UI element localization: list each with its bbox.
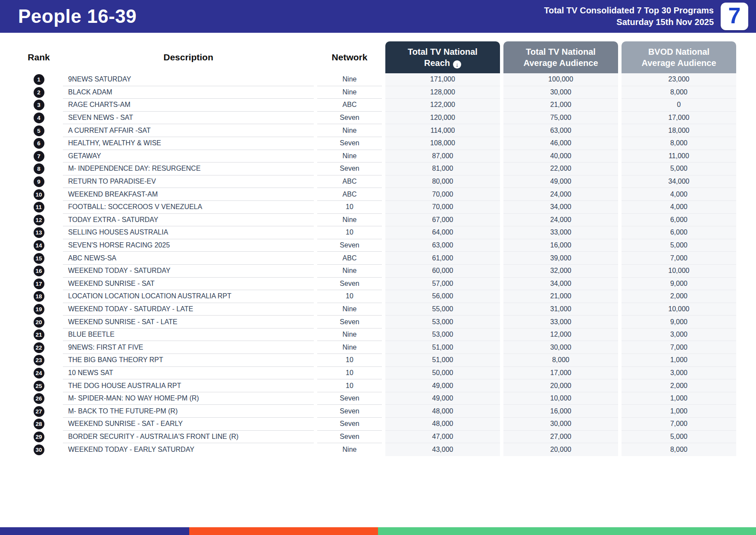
top-banner: People 16-39 Total TV Consolidated 7 Top… xyxy=(0,0,756,33)
total-tv-average-audience-value: 21,000 xyxy=(503,99,618,112)
rank-cell: 7 xyxy=(18,150,59,163)
total-tv-reach-value: 60,000 xyxy=(385,265,500,278)
program-description: ABC NEWS-SA xyxy=(63,252,314,265)
table-row: 28 WEEKEND SUNRISE - SAT - EARLY Seven 4… xyxy=(18,418,736,431)
table-body: 1 9NEWS SATURDAY Nine 171,000 100,000 23… xyxy=(18,73,736,456)
rank-badge: 10 xyxy=(34,189,44,200)
rank-cell: 28 xyxy=(18,418,59,431)
bvod-average-audience-value: 4,000 xyxy=(622,188,736,201)
total-tv-average-audience-value: 46,000 xyxy=(503,137,618,150)
rank-cell: 11 xyxy=(18,201,59,214)
bvod-average-audience-value: 5,000 xyxy=(622,239,736,252)
bvod-average-audience-value: 5,000 xyxy=(622,431,736,444)
total-tv-average-audience-value: 21,000 xyxy=(503,290,618,303)
program-network: Seven xyxy=(317,278,382,291)
table-row: 10 WEEKEND BREAKFAST-AM ABC 70,000 24,00… xyxy=(18,188,736,201)
table-container: Rank Description Network Total TV Nation… xyxy=(0,33,756,456)
total-tv-reach-value: 55,000 xyxy=(385,303,500,316)
rank-badge: 4 xyxy=(34,113,44,123)
program-description: THE DOG HOUSE AUSTRALIA RPT xyxy=(63,379,314,392)
total-tv-reach-value: 48,000 xyxy=(385,405,500,418)
bvod-average-audience-value: 4,000 xyxy=(622,201,736,214)
table-row: 29 BORDER SECURITY - AUSTRALIA'S FRONT L… xyxy=(18,431,736,444)
total-tv-average-audience-value: 34,000 xyxy=(503,201,618,214)
column-header-bvod-average-audience[interactable]: BVOD National Average Audience xyxy=(622,41,736,73)
column-header-total-tv-reach[interactable]: Total TV National Reach xyxy=(385,41,500,73)
total-tv-reach-value: 56,000 xyxy=(385,290,500,303)
bvod-average-audience-value: 23,000 xyxy=(622,73,736,86)
table-row: 7 GETAWAY Nine 87,000 40,000 11,000 xyxy=(18,150,736,163)
bvod-average-audience-value: 2,000 xyxy=(622,290,736,303)
bvod-average-audience-value: 8,000 xyxy=(622,86,736,99)
program-description: WEEKEND SUNRISE - SAT - EARLY xyxy=(63,418,314,431)
total-tv-average-audience-value: 34,000 xyxy=(503,278,618,291)
bvod-average-audience-value: 17,000 xyxy=(622,112,736,125)
program-network: Seven xyxy=(317,163,382,175)
program-description: WEEKEND SUNRISE - SAT xyxy=(63,278,314,291)
program-description: M- SPIDER-MAN: NO WAY HOME-PM (R) xyxy=(63,392,314,405)
program-network: 10 xyxy=(317,290,382,303)
total-tv-average-audience-value: 16,000 xyxy=(503,405,618,418)
rank-badge: 13 xyxy=(34,227,44,238)
bvod-average-audience-value: 2,000 xyxy=(622,379,736,392)
rank-badge: 21 xyxy=(34,329,44,340)
total-tv-reach-value: 61,000 xyxy=(385,252,500,265)
program-network: ABC xyxy=(317,252,382,265)
table-row: 30 WEEKEND TODAY - EARLY SATURDAY Nine 4… xyxy=(18,443,736,456)
table-row: 19 WEEKEND TODAY - SATURDAY - LATE Nine … xyxy=(18,303,736,316)
program-network: Seven xyxy=(317,418,382,431)
report-subtitle: Total TV Consolidated 7 Top 30 Programs … xyxy=(544,5,714,28)
table-row: 6 HEALTHY, WEALTHY & WISE Seven 108,000 … xyxy=(18,137,736,150)
program-description: 10 NEWS SAT xyxy=(63,367,314,380)
total-tv-reach-value: 47,000 xyxy=(385,431,500,444)
program-description: 9NEWS SATURDAY xyxy=(63,73,314,86)
table-row: 14 SEVEN'S HORSE RACING 2025 Seven 63,00… xyxy=(18,239,736,252)
rank-cell: 22 xyxy=(18,341,59,354)
program-description: M- BACK TO THE FUTURE-PM (R) xyxy=(63,405,314,418)
total-tv-average-audience-value: 75,000 xyxy=(503,112,618,125)
column-header-bvod-average-audience-label: BVOD National Average Audience xyxy=(631,46,727,69)
rank-cell: 4 xyxy=(18,112,59,125)
rank-cell: 12 xyxy=(18,214,59,227)
rank-badge: 6 xyxy=(34,138,44,149)
rank-badge: 24 xyxy=(34,368,44,379)
report-subtitle-line2: Saturday 15th Nov 2025 xyxy=(544,16,714,28)
total-tv-reach-value: 53,000 xyxy=(385,316,500,329)
program-description: SEVEN'S HORSE RACING 2025 xyxy=(63,239,314,252)
total-tv-average-audience-value: 8,000 xyxy=(503,354,618,367)
bvod-average-audience-value: 7,000 xyxy=(622,252,736,265)
rank-cell: 27 xyxy=(18,405,59,418)
table-row: 3 RAGE CHARTS-AM ABC 122,000 21,000 0 xyxy=(18,99,736,112)
footer-color-bar xyxy=(0,527,756,535)
program-description: WEEKEND BREAKFAST-AM xyxy=(63,188,314,201)
program-network: Seven xyxy=(317,316,382,329)
bvod-average-audience-value: 1,000 xyxy=(622,392,736,405)
rank-cell: 26 xyxy=(18,392,59,405)
sort-descending-icon xyxy=(453,60,461,69)
total-tv-reach-value: 64,000 xyxy=(385,226,500,239)
table-row: 24 10 NEWS SAT 10 50,000 17,000 3,000 xyxy=(18,367,736,380)
rank-cell: 10 xyxy=(18,188,59,201)
column-header-total-tv-average-audience[interactable]: Total TV National Average Audience xyxy=(503,41,618,73)
rank-cell: 20 xyxy=(18,316,59,329)
bvod-average-audience-value: 0 xyxy=(622,99,736,112)
table-row: 17 WEEKEND SUNRISE - SAT Seven 57,000 34… xyxy=(18,278,736,291)
total-tv-average-audience-value: 33,000 xyxy=(503,316,618,329)
program-description: WEEKEND TODAY - SATURDAY xyxy=(63,265,314,278)
total-tv-reach-value: 43,000 xyxy=(385,443,500,456)
program-network: Nine xyxy=(317,150,382,163)
rank-cell: 14 xyxy=(18,239,59,252)
total-tv-average-audience-value: 16,000 xyxy=(503,239,618,252)
bvod-average-audience-value: 11,000 xyxy=(622,150,736,163)
total-tv-reach-value: 51,000 xyxy=(385,354,500,367)
total-tv-reach-value: 70,000 xyxy=(385,201,500,214)
total-tv-reach-value: 87,000 xyxy=(385,150,500,163)
table-row: 9 RETURN TO PARADISE-EV ABC 80,000 49,00… xyxy=(18,175,736,188)
rank-badge: 15 xyxy=(34,253,44,264)
total-tv-reach-value: 67,000 xyxy=(385,214,500,227)
bvod-average-audience-value: 1,000 xyxy=(622,405,736,418)
rank-badge: 29 xyxy=(34,432,44,442)
program-network: Seven xyxy=(317,405,382,418)
table-header-row: Rank Description Network Total TV Nation… xyxy=(18,41,736,73)
rank-cell: 6 xyxy=(18,137,59,150)
